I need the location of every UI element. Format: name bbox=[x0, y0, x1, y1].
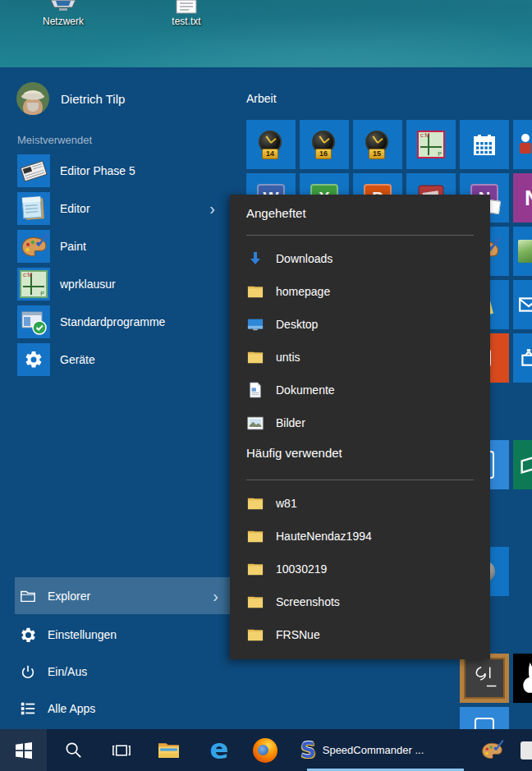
taskbar-speedcommander-button[interactable]: SSpeedCommander ... bbox=[296, 729, 464, 771]
folder-color-icon bbox=[158, 741, 180, 760]
flag-tile[interactable] bbox=[513, 440, 532, 489]
clock-tile-14[interactable]: 14 bbox=[246, 120, 296, 169]
device-tile-2[interactable] bbox=[460, 707, 509, 729]
taskbar-button-label: SpeedCommander ... bbox=[323, 744, 424, 756]
flyout-item-screenshots[interactable]: Screenshots bbox=[230, 585, 490, 618]
most-used-header: Meistverwendet bbox=[17, 134, 92, 146]
flyout-item-label: Downloads bbox=[276, 252, 332, 265]
most-used-item-standardprogramme[interactable]: Standardprogramme bbox=[13, 305, 227, 338]
gear-outline-icon bbox=[18, 625, 38, 645]
speedcommander-icon: S bbox=[300, 738, 316, 763]
desktop-icon-test-txt[interactable]: test.txt bbox=[152, 0, 221, 27]
flyout-item-label: Screenshots bbox=[276, 595, 340, 608]
most-used-item-paint[interactable]: Paint bbox=[13, 230, 227, 263]
flyout-item-label: FRSNue bbox=[276, 628, 320, 641]
ger-te-icon bbox=[17, 343, 50, 376]
picture-icon bbox=[246, 414, 264, 432]
all-apps-icon bbox=[18, 699, 38, 718]
tile-group-label: Arbeit bbox=[246, 92, 277, 105]
folder-outline-icon bbox=[18, 586, 38, 606]
flyout-section-header: Häufig verwendet bbox=[230, 439, 490, 464]
taskbar-paint-button[interactable] bbox=[470, 729, 514, 771]
flyout-item-label: HauteNendaz1994 bbox=[276, 530, 372, 543]
folder-icon bbox=[246, 494, 264, 512]
taskbar-start-button[interactable] bbox=[0, 729, 47, 771]
power-icon bbox=[18, 662, 38, 682]
flyout-item-label: Desktop bbox=[276, 318, 318, 331]
flyout-item-downloads[interactable]: Downloads bbox=[230, 242, 490, 275]
flyout-item-label: Bilder bbox=[276, 416, 305, 429]
flyout-item-untis[interactable]: untis bbox=[230, 341, 490, 374]
most-used-item-editor[interactable]: Editor› bbox=[13, 192, 227, 225]
photo-tile[interactable] bbox=[513, 227, 532, 276]
rabbit-tile[interactable] bbox=[513, 654, 532, 703]
desktop-icon-label: Netzwerk bbox=[43, 16, 84, 27]
partial-icon bbox=[521, 741, 532, 760]
taskbar: eSSpeedCommander ... bbox=[0, 729, 532, 771]
flyout-item-label: 10030219 bbox=[276, 562, 327, 576]
test-txt-icon bbox=[174, 0, 199, 14]
nav-label: Explorer bbox=[48, 590, 90, 603]
nav-item-ein-aus[interactable]: Ein/Aus bbox=[15, 657, 230, 686]
most-used-item-editor-phase-5[interactable]: Editor Phase 5 bbox=[13, 154, 227, 187]
flyout-item-w81[interactable]: w81 bbox=[230, 487, 490, 520]
flyout-item-label: untis bbox=[276, 351, 300, 364]
paint-icon bbox=[17, 230, 50, 263]
folder-icon bbox=[246, 626, 264, 644]
store-tile[interactable] bbox=[513, 333, 532, 383]
calendar-tile[interactable] bbox=[460, 120, 509, 169]
wprklausur-icon: c:MP bbox=[17, 268, 50, 301]
desktop: Netzwerktest.txt bbox=[0, 0, 532, 67]
avatar bbox=[16, 82, 49, 115]
clock-tile-15[interactable]: 15 bbox=[353, 120, 402, 169]
download-icon bbox=[246, 250, 264, 268]
desktop-icon-label: test.txt bbox=[172, 16, 200, 27]
most-used-label: Editor bbox=[60, 202, 90, 215]
standardprogramme-icon bbox=[17, 305, 50, 338]
flyout-item-homepage[interactable]: homepage bbox=[230, 275, 490, 308]
flyout-section-header: Angeheftet bbox=[230, 195, 490, 224]
desktop-icon-netzwerk[interactable]: Netzwerk bbox=[29, 0, 98, 27]
explorer-jumplist-flyout: AngeheftetDownloadshomepageDesktopuntisD… bbox=[230, 195, 490, 659]
editor-icon bbox=[17, 192, 50, 225]
flyout-item-dokumente[interactable]: Dokumente bbox=[230, 374, 490, 406]
taskbar-file-explorer-button[interactable] bbox=[146, 729, 190, 771]
chalkboard-tile[interactable] bbox=[460, 654, 509, 703]
nav-item-explorer[interactable]: Explorer› bbox=[15, 577, 230, 614]
taskbar-overflow-app-button[interactable] bbox=[521, 729, 532, 771]
taskbar-task-view-button[interactable] bbox=[99, 729, 143, 771]
mail-tile[interactable] bbox=[513, 280, 532, 329]
most-used-item-wprklausur[interactable]: c:MPwprklausur bbox=[13, 268, 227, 301]
user-account-button[interactable]: Dietrich Tilp bbox=[16, 82, 125, 115]
chevron-right-icon: › bbox=[209, 200, 215, 217]
wprklausur-tile[interactable]: c:MP bbox=[406, 120, 456, 169]
most-used-label: Paint bbox=[60, 240, 86, 253]
taskbar-firefox-button[interactable] bbox=[243, 729, 287, 771]
flyout-item-hautenendaz1994[interactable]: HauteNendaz1994 bbox=[230, 520, 490, 553]
flyout-item-bilder[interactable]: Bilder bbox=[230, 406, 490, 439]
app-tile-cut[interactable] bbox=[513, 120, 532, 169]
nav-item-alle-apps[interactable]: Alle Apps bbox=[15, 694, 230, 723]
palette-icon bbox=[480, 739, 503, 762]
nav-label: Alle Apps bbox=[48, 702, 95, 715]
document-icon bbox=[246, 381, 264, 399]
taskbar-edge-button[interactable]: e bbox=[197, 729, 241, 771]
clock-tile-16[interactable]: 16 bbox=[300, 120, 349, 169]
firefox-icon bbox=[253, 738, 277, 763]
nav-item-einstellungen[interactable]: Einstellungen bbox=[15, 620, 230, 649]
folder-icon bbox=[246, 282, 264, 301]
most-used-item-ger-te[interactable]: Geräte bbox=[13, 343, 227, 376]
nav-label: Ein/Aus bbox=[48, 665, 87, 678]
task-view-icon bbox=[111, 741, 131, 760]
flyout-item-10030219[interactable]: 10030219 bbox=[230, 553, 490, 585]
flyout-item-desktop[interactable]: Desktop bbox=[230, 308, 490, 341]
onenote-app-tile[interactable]: N bbox=[513, 173, 532, 223]
windows-logo-icon bbox=[14, 741, 34, 760]
chevron-right-icon: › bbox=[213, 588, 218, 604]
netzwerk-icon bbox=[49, 0, 77, 14]
taskbar-search-button[interactable] bbox=[51, 729, 95, 771]
user-name: Dietrich Tilp bbox=[61, 92, 125, 106]
flyout-item-frsnue[interactable]: FRSNue bbox=[230, 618, 490, 651]
folder-icon bbox=[246, 527, 264, 545]
divider bbox=[246, 235, 474, 236]
